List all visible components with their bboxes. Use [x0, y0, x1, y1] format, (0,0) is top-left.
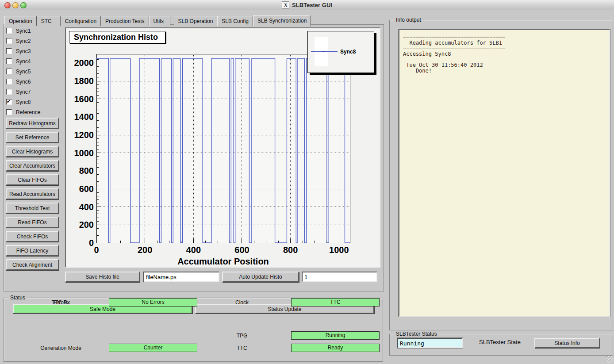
sync-checkbox-row[interactable]: Sync6 — [6, 77, 61, 87]
legend-line-sample — [311, 51, 338, 52]
sidebar-button-column: Redraw Histograms Set Reference Clear Hi… — [6, 118, 59, 273]
button-label: Threshold Test — [15, 205, 50, 211]
sidebar-action-button[interactable]: Set Reference — [6, 132, 59, 143]
tab-label: Configuration — [65, 18, 96, 24]
tab[interactable]: Utils — [149, 16, 170, 26]
button-label: Auto Update Histo — [239, 274, 282, 280]
x11-app-icon: X — [282, 1, 289, 9]
checkbox-icon[interactable] — [6, 99, 12, 105]
tab[interactable]: Production Tests — [101, 16, 149, 26]
chart-legend: Sync8 — [307, 31, 374, 73]
button-label: Clear FIFOs — [18, 177, 46, 183]
checkbox-label: Sync6 — [16, 79, 31, 85]
status-groupbox: Status Safe Mode Status Update TPG Runni… — [4, 298, 383, 362]
sync-checkbox-row[interactable]: Reference — [6, 107, 61, 117]
sync-checkbox-row[interactable]: Sync3 — [6, 46, 61, 56]
sidebar-action-button[interactable]: Check FIFOs — [6, 231, 59, 242]
status-field-label: TTC — [203, 345, 281, 351]
checkbox-label: Sync2 — [16, 38, 31, 44]
sidebar-action-button[interactable]: Clear Histograms — [6, 146, 59, 157]
slbtester-state-field[interactable]: Running — [397, 338, 463, 348]
sidebar-action-button[interactable]: FIFO Latency — [6, 245, 59, 256]
status-field: Generation Mode Counter — [13, 344, 197, 353]
button-label: Set Reference — [15, 134, 50, 141]
sidebar-action-button[interactable]: Read FIFOs — [6, 217, 59, 228]
tab-label: SLB Operation — [178, 18, 213, 24]
info-output-line: Tue Oct 30 11:56:40 2012 — [403, 62, 606, 68]
status-field-label: Generation Mode — [13, 345, 109, 351]
button-label: Check Alignment — [12, 262, 52, 268]
tab-label: STC — [41, 18, 52, 24]
checkbox-label: Reference — [16, 109, 40, 115]
sync-checkbox-row[interactable]: Sync2 — [6, 36, 61, 46]
slbtester-state-label: SLBTester State — [479, 339, 521, 345]
sidebar-action-button[interactable]: Redraw Histograms — [6, 118, 59, 129]
legend-marker-dot — [323, 51, 324, 52]
tab[interactable]: STC — [37, 16, 61, 26]
sidebar-action-button[interactable]: Read Accumulators — [6, 188, 59, 199]
titlebar[interactable]: X SLBTester GUI — [0, 0, 614, 10]
filename-input[interactable] — [143, 272, 219, 282]
tab[interactable]: SLB Config — [217, 16, 253, 26]
status-field-label: Errors — [13, 299, 109, 306]
button-label: Read Accumulators — [9, 191, 55, 197]
button-label: Status Info — [554, 340, 579, 346]
tab[interactable]: SLB Synchronization — [253, 15, 311, 27]
info-output-textarea[interactable]: ================================ Reading… — [399, 29, 610, 317]
button-label: Redraw Histograms — [9, 120, 55, 126]
checkbox-label: Sync7 — [16, 89, 31, 95]
checkbox-icon[interactable] — [6, 28, 12, 34]
tab-label: Operation — [9, 18, 32, 24]
tab-label: SLB Config — [222, 18, 249, 24]
info-output-line: ================================ — [403, 46, 606, 51]
checkbox-icon[interactable] — [6, 109, 12, 115]
sidebar-action-button[interactable]: Clear FIFOs — [6, 174, 59, 185]
status-field-value: Counter — [109, 344, 197, 352]
resize-grip[interactable] — [606, 356, 613, 363]
sync-checkbox-row[interactable]: Sync5 — [6, 66, 61, 77]
checkbox-label: Sync1 — [16, 28, 31, 34]
status-field-value: No Errors — [109, 298, 197, 307]
button-label: Read FIFOs — [18, 219, 46, 226]
checkbox-label: Sync4 — [16, 58, 31, 65]
sync-checkbox-row[interactable]: Sync8 — [6, 97, 61, 107]
status-field-value: TTC — [291, 298, 380, 307]
sync-checkbox-row[interactable]: Sync4 — [6, 56, 61, 66]
sidebar-action-button[interactable]: Threshold Test — [6, 203, 59, 214]
save-histo-file-button[interactable]: Save Histo file — [65, 272, 140, 282]
sidebar-action-button[interactable]: Clear Accumulators — [6, 160, 59, 171]
auto-update-histo-button[interactable]: Auto Update Histo — [222, 272, 299, 282]
checkbox-label: Sync3 — [16, 48, 31, 54]
checkbox-icon[interactable] — [6, 58, 12, 64]
checkbox-label: Sync8 — [16, 99, 31, 105]
sidebar-action-button[interactable]: Check Alignment — [6, 259, 59, 270]
tab[interactable]: Configuration — [61, 16, 101, 26]
window-title: SLBTester GUI — [292, 2, 332, 8]
checkbox-icon[interactable] — [6, 69, 12, 74]
checkbox-icon[interactable] — [6, 38, 12, 44]
tab[interactable]: SLB Operation — [174, 16, 218, 26]
checkbox-icon[interactable] — [6, 48, 12, 54]
checkbox-label: Sync5 — [16, 69, 31, 75]
checkbox-icon[interactable] — [6, 89, 12, 95]
info-output-line: ================================ — [403, 34, 606, 40]
checkbox-icon[interactable] — [6, 79, 12, 84]
status-info-button[interactable]: Status Info — [534, 338, 600, 348]
button-label: Check FIFOs — [17, 234, 48, 240]
tab-label: SLB Synchronization — [257, 18, 307, 24]
update-interval-input[interactable] — [302, 272, 377, 282]
info-output-group-label: Info output — [394, 17, 423, 23]
status-field-value: Ready — [291, 344, 380, 352]
tab-label: Production Tests — [105, 18, 145, 24]
legend-entry: Sync8 — [308, 31, 374, 73]
status-field: TTC Ready — [203, 344, 380, 353]
status-field-label: TPG — [203, 333, 281, 339]
sync-checkbox-row[interactable]: Sync7 — [6, 87, 61, 97]
tab-label: Utils — [154, 18, 164, 24]
histogram-title-box: Synchronization Histo — [69, 31, 165, 43]
button-label: Clear Histograms — [12, 149, 53, 155]
sync-checkbox-list: Sync1 Sync2 Sync3 Sync4 Sync5 Sync6 Sync… — [6, 26, 61, 117]
sync-checkbox-row[interactable]: Sync1 — [6, 26, 61, 36]
tab[interactable]: Operation — [4, 16, 37, 26]
info-output-line: Accessing Sync8 — [403, 51, 606, 57]
